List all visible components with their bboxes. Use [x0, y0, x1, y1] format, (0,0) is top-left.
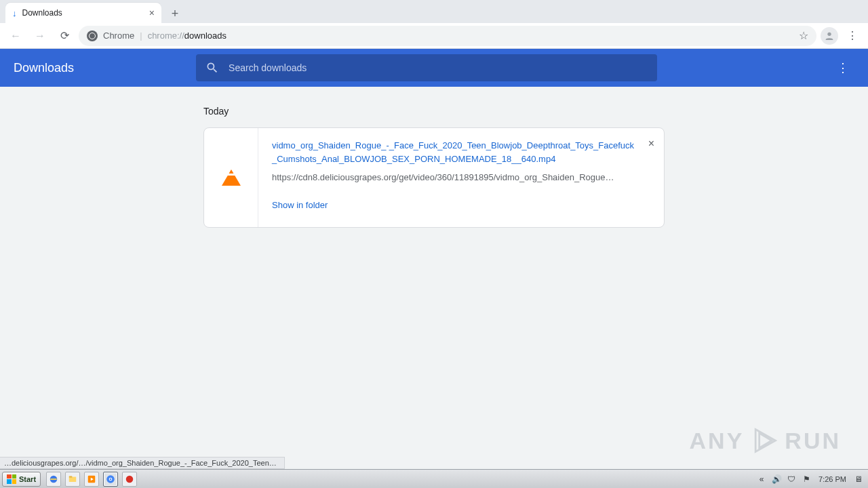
tab-close-icon[interactable]: × — [149, 8, 155, 18]
download-source-url: https://cdn8.deliciousgrapes.org/get/vid… — [272, 172, 637, 182]
new-tab-button[interactable]: + — [165, 4, 184, 23]
forward-button[interactable]: → — [30, 26, 50, 46]
taskbar-chrome-icon[interactable] — [103, 472, 118, 487]
play-outline-icon — [749, 426, 779, 455]
tray-monitor-icon[interactable]: 🖥 — [853, 474, 864, 485]
download-card: vidmo_org_Shaiden_Rogue_-_Face_Fuck_2020… — [203, 127, 665, 228]
taskbar-media-icon[interactable] — [84, 472, 99, 487]
file-icon-area — [204, 128, 258, 227]
tray-shield-icon[interactable]: 🛡 — [786, 474, 797, 485]
omnibox-origin: Chrome — [103, 30, 134, 41]
site-info-icon[interactable] — [87, 30, 98, 41]
downloads-content: Today vidmo_org_Shaiden_Rogue_-_Face_Fuc… — [0, 87, 868, 469]
vlc-icon — [222, 169, 241, 186]
watermark-text-left: ANY — [690, 428, 745, 454]
search-input[interactable] — [229, 62, 648, 73]
windows-logo-icon — [7, 474, 16, 484]
remove-download-icon[interactable]: × — [648, 138, 654, 150]
watermark-text-right: RUN — [785, 428, 841, 454]
browser-menu-icon[interactable]: ⋮ — [842, 26, 863, 46]
taskbar-explorer-icon[interactable] — [65, 472, 80, 487]
browser-toolbar: ← → ⟳ Chrome | chrome://downloads ☆ ⋮ — [0, 23, 868, 49]
status-bar-url: …deliciousgrapes.org/…/vidmo_org_Shaiden… — [0, 457, 285, 469]
search-icon — [205, 61, 219, 75]
downloads-header: Downloads ⋮ — [0, 49, 868, 87]
download-icon: ↓ — [12, 8, 17, 18]
downloads-menu-icon[interactable]: ⋮ — [831, 55, 854, 81]
profile-avatar[interactable] — [821, 27, 838, 45]
search-downloads[interactable] — [196, 54, 657, 81]
taskbar-app-icon[interactable] — [122, 472, 137, 487]
svg-point-0 — [827, 32, 831, 35]
bookmark-star-icon[interactable]: ☆ — [799, 29, 808, 42]
address-bar[interactable]: Chrome | chrome://downloads ☆ — [79, 26, 816, 46]
watermark: ANY RUN — [690, 426, 841, 455]
tray-expand-icon[interactable]: « — [756, 474, 767, 485]
tray-volume-icon[interactable]: 🔊 — [771, 474, 782, 485]
svg-point-11 — [126, 475, 134, 483]
svg-point-10 — [110, 478, 112, 480]
page-title: Downloads — [14, 61, 74, 75]
start-button[interactable]: Start — [2, 472, 41, 487]
system-tray: « 🔊 🛡 ⚑ 7:26 PM 🖥 — [756, 474, 868, 485]
tab-downloads[interactable]: ↓ Downloads × — [5, 3, 161, 23]
show-in-folder-link[interactable]: Show in folder — [272, 200, 328, 210]
tab-strip: ↓ Downloads × + — [0, 0, 868, 23]
reload-button[interactable]: ⟳ — [54, 26, 75, 46]
taskbar-apps — [46, 472, 137, 487]
tray-clock[interactable]: 7:26 PM — [816, 475, 849, 483]
tray-flag-icon[interactable]: ⚑ — [801, 474, 812, 485]
taskbar: Start « 🔊 🛡 ⚑ 7:26 PM 🖥 — [0, 469, 868, 488]
svg-rect-5 — [69, 476, 73, 477]
back-button[interactable]: ← — [5, 26, 26, 46]
omnibox-separator: | — [140, 30, 142, 41]
omnibox-path-prefix: chrome:// — [148, 30, 184, 41]
download-filename-link[interactable]: vidmo_org_Shaiden_Rogue_-_Face_Fuck_2020… — [272, 139, 637, 165]
section-today: Today — [203, 106, 665, 117]
taskbar-ie-icon[interactable] — [46, 472, 61, 487]
omnibox-path: downloads — [184, 30, 226, 41]
tab-title: Downloads — [22, 8, 62, 18]
start-label: Start — [19, 475, 36, 483]
